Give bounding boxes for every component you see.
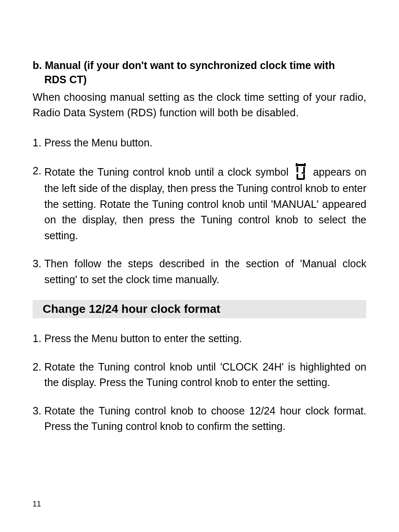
- page-number: 11: [33, 500, 41, 509]
- step-number: 2.: [33, 359, 44, 391]
- step-number: 3.: [33, 403, 44, 435]
- step-body: Rotate the Tuning control knob to choose…: [44, 403, 366, 435]
- section-b-step-3: 3. Then follow the steps described in th…: [33, 256, 366, 287]
- section-b-step-2: 2. Rotate the Tuning control knob until …: [33, 163, 366, 243]
- section-b-heading-line1: b. Manual (if your don't want to synchro…: [33, 59, 366, 73]
- manual-page: b. Manual (if your don't want to synchro…: [0, 0, 399, 532]
- step2-pre-text: Rotate the Tuning control knob until a c…: [44, 166, 292, 178]
- section-format-step-3: 3. Rotate the Tuning control knob to cho…: [33, 403, 366, 435]
- step-body: Rotate the Tuning control knob until a c…: [44, 163, 366, 243]
- svg-rect-3: [297, 167, 298, 172]
- section-format-heading: Change 12/24 hour clock format: [33, 300, 366, 318]
- section-format-step-1: 1. Press the Menu button to enter the se…: [33, 331, 366, 347]
- step-body: Rotate the Tuning control knob until 'CL…: [44, 359, 366, 391]
- section-format-step-2: 2. Rotate the Tuning control knob until …: [33, 359, 366, 391]
- step-number: 1.: [33, 135, 44, 151]
- clock-icon: [295, 163, 307, 181]
- step-body: Then follow the steps described in the s…: [44, 256, 366, 287]
- step-number: 2.: [33, 163, 44, 243]
- section-b-heading-line2: RDS CT): [33, 73, 366, 87]
- step-body: Press the Menu button.: [44, 135, 366, 151]
- section-b-intro: When choosing manual setting as the cloc…: [33, 90, 366, 121]
- svg-rect-8: [302, 172, 305, 174]
- step-number: 3.: [33, 256, 44, 287]
- step-number: 1.: [33, 331, 44, 347]
- section-b-step-1: 1. Press the Menu button.: [33, 135, 366, 151]
- svg-rect-2: [304, 163, 306, 166]
- svg-rect-4: [303, 167, 305, 172]
- svg-rect-1: [296, 163, 297, 166]
- svg-rect-7: [297, 178, 304, 180]
- step-body: Press the Menu button to enter the setti…: [44, 331, 366, 347]
- svg-rect-0: [297, 164, 304, 166]
- section-b-heading: b. Manual (if your don't want to synchro…: [33, 59, 366, 87]
